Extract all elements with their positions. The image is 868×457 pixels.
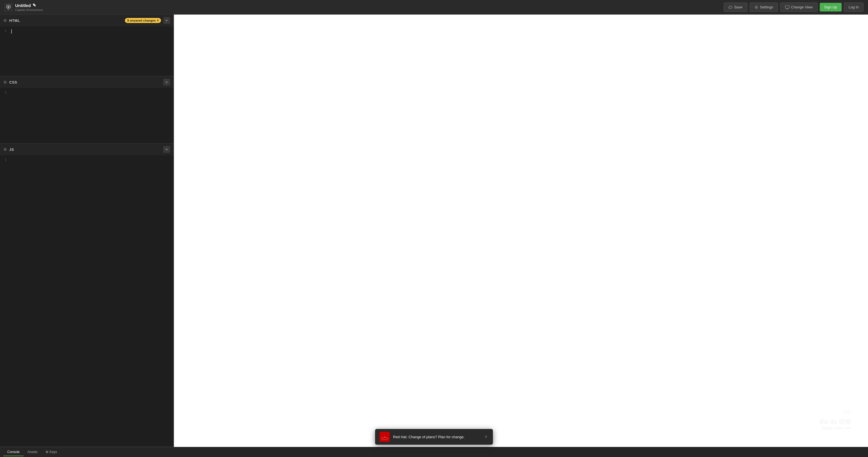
save-button[interactable]: Save xyxy=(724,2,747,12)
cloud-icon xyxy=(728,5,733,9)
signup-label: Sign Up xyxy=(824,5,837,9)
svg-point-3 xyxy=(8,6,9,7)
html-line-numbers: 1 xyxy=(0,26,9,76)
css-section-header: ⚙ CSS xyxy=(0,76,174,88)
toast-close-button[interactable]: × xyxy=(484,434,489,439)
change-view-label: Change View xyxy=(791,5,813,9)
signup-button[interactable]: Sign Up xyxy=(820,3,842,11)
svg-point-10 xyxy=(384,436,385,438)
save-label: Save xyxy=(734,5,743,9)
header-actions: Save Settings Change View Sign Up Log In xyxy=(724,2,864,12)
html-collapse-button[interactable] xyxy=(163,17,170,24)
css-section: ⚙ CSS 1 xyxy=(0,76,174,143)
tab-assets[interactable]: Assets xyxy=(24,448,41,456)
toast-notification: Red Hat: Change of plans? Plan for chang… xyxy=(375,429,493,445)
editor-panel: ⚙ HTML 9 unsaved changes × 1 xyxy=(0,14,174,447)
js-section-header: ⚙ JS xyxy=(0,143,174,155)
login-button[interactable]: Log In xyxy=(844,2,864,12)
js-line-numbers: 1 xyxy=(0,155,9,447)
project-title: Untitled xyxy=(15,3,31,8)
header: Untitled ✎ Captain Anonymous Save Settin… xyxy=(0,0,868,14)
change-view-button[interactable]: Change View xyxy=(780,2,817,12)
js-editor[interactable]: 1 xyxy=(0,155,174,447)
css-gear-icon[interactable]: ⚙ xyxy=(3,80,7,85)
tab-keys[interactable]: ⌘ Keys xyxy=(41,448,61,456)
login-label: Log In xyxy=(849,5,859,9)
redhat-icon xyxy=(379,432,390,442)
chevron-down-icon xyxy=(165,19,168,22)
settings-label: Settings xyxy=(760,5,773,9)
css-line-numbers: 1 xyxy=(0,88,9,143)
html-section-title: HTML xyxy=(9,19,123,23)
html-section: ⚙ HTML 9 unsaved changes × 1 xyxy=(0,14,174,76)
text-cursor xyxy=(11,29,12,34)
settings-gear-icon xyxy=(754,5,758,9)
html-code-content[interactable] xyxy=(9,26,174,76)
title-group: Untitled ✎ Captain Anonymous xyxy=(15,3,43,11)
chevron-down-icon xyxy=(165,148,168,151)
main-layout: ⚙ HTML 9 unsaved changes × 1 xyxy=(0,14,868,447)
logo-group: Untitled ✎ Captain Anonymous xyxy=(4,3,43,11)
html-gear-icon[interactable]: ⚙ xyxy=(3,18,7,23)
bottom-bar: Console Assets ⌘ Keys xyxy=(0,447,868,457)
settings-button[interactable]: Settings xyxy=(750,2,778,12)
app-logo-icon xyxy=(4,3,12,11)
watermark-sub: jingyan.baidu.com xyxy=(820,426,851,430)
js-collapse-button[interactable] xyxy=(163,146,170,153)
toast-message: Red Hat: Change of plans? Plan for chang… xyxy=(393,435,480,439)
unsaved-changes-badge: 9 unsaved changes × xyxy=(125,18,161,23)
watermark: ○○ Bai du 经验 jingyan.baidu.com xyxy=(820,407,851,430)
css-line-number-1: 1 xyxy=(3,90,7,96)
project-title-row: Untitled ✎ xyxy=(15,3,43,8)
unsaved-close-icon[interactable]: × xyxy=(157,19,159,23)
svg-point-4 xyxy=(755,6,756,7)
js-code-content[interactable] xyxy=(9,155,174,447)
css-collapse-button[interactable] xyxy=(163,79,170,86)
change-view-icon xyxy=(785,5,789,9)
toast-icon xyxy=(379,432,390,442)
tab-console[interactable]: Console xyxy=(3,448,24,456)
edit-title-icon[interactable]: ✎ xyxy=(33,3,36,8)
svg-rect-5 xyxy=(785,6,789,8)
js-section: ⚙ JS 1 xyxy=(0,143,174,447)
user-subtitle: Captain Anonymous xyxy=(15,8,43,11)
html-cursor-line xyxy=(11,29,171,34)
css-editor[interactable]: 1 xyxy=(0,88,174,143)
js-section-title: JS xyxy=(9,148,161,152)
redhat-hat-svg xyxy=(381,433,389,441)
line-number-1: 1 xyxy=(3,29,7,34)
cmd-icon: ⌘ xyxy=(45,450,49,454)
html-section-header: ⚙ HTML 9 unsaved changes × xyxy=(0,14,174,26)
preview-panel: ○○ Bai du 经验 jingyan.baidu.com xyxy=(174,14,868,447)
chevron-down-icon xyxy=(165,81,168,84)
css-code-content[interactable] xyxy=(9,88,174,143)
html-editor[interactable]: 1 xyxy=(0,26,174,76)
js-gear-icon[interactable]: ⚙ xyxy=(3,147,7,152)
watermark-circles: ○○ xyxy=(820,407,851,416)
unsaved-text: 9 unsaved changes xyxy=(127,19,156,22)
keys-label: Keys xyxy=(50,450,57,454)
js-line-number-1: 1 xyxy=(3,158,7,163)
watermark-baidu: Bai du 经验 xyxy=(820,418,851,426)
css-section-title: CSS xyxy=(9,80,161,85)
